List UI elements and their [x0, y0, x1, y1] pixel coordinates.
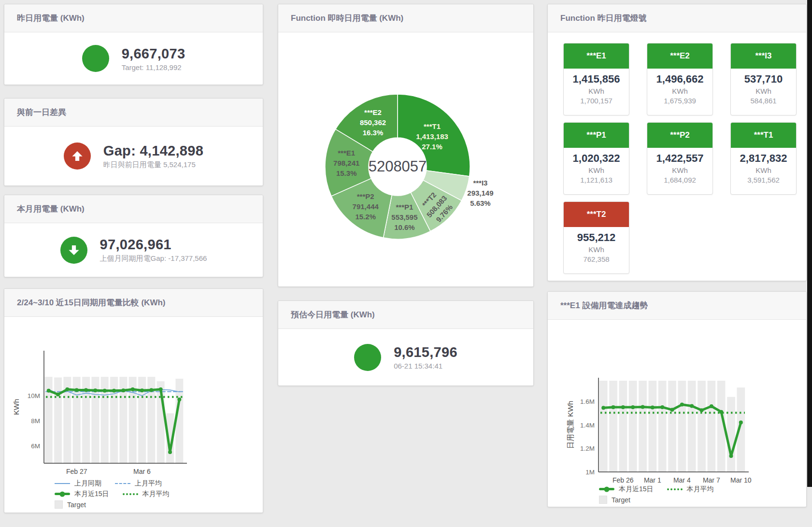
y-axis-title: 日用電量 KWh — [566, 401, 574, 449]
series-marker — [121, 388, 125, 392]
arrow-up-icon — [64, 142, 91, 170]
series-marker — [621, 405, 625, 409]
target-bar — [619, 381, 627, 472]
svg-text:10.6%: 10.6% — [394, 223, 415, 231]
tile-status-header: ***E1 — [564, 43, 629, 69]
legend-item-本月平均[interactable]: 本月平均 — [123, 490, 170, 499]
e1-trend-chart[interactable]: 1M1.2M1.4M1.6MFeb 26Mar 1Mar 4Mar 7Mar 1… — [548, 320, 804, 506]
series-marker — [131, 387, 135, 391]
svg-text:27.1%: 27.1% — [422, 142, 442, 151]
tile-value: 2,817,832 — [733, 152, 794, 165]
y-axis-title: KWh — [12, 399, 20, 415]
series-marker — [601, 406, 605, 410]
legend-label: 本月近15日 — [619, 485, 654, 494]
device-tile-***P1: ***P11,020,322KWh1,121,613 — [563, 122, 629, 195]
svg-text:***P1: ***P1 — [396, 203, 413, 211]
panel-header-yesterday[interactable]: 昨日用電量 (KWh) — [4, 4, 263, 32]
series-marker — [75, 388, 79, 392]
legend-item-本月近15日[interactable]: 本月近15日 — [55, 490, 109, 499]
target-bar — [629, 381, 637, 472]
screen-edge-artifact — [807, 0, 812, 487]
tile-unit: KWh — [566, 166, 627, 174]
series-marker — [612, 405, 615, 409]
legend-label: 上月同期 — [74, 479, 101, 488]
series-marker — [93, 388, 97, 392]
series-marker — [159, 387, 163, 391]
svg-text:293,149: 293,149 — [467, 189, 493, 197]
svg-text:***P2: ***P2 — [357, 192, 374, 200]
panel-header-estimate[interactable]: 預估今日用電量 (KWh) — [278, 301, 533, 329]
legend-label: 本月平均 — [687, 485, 714, 494]
series-marker — [660, 405, 664, 409]
svg-text:***E2: ***E2 — [364, 108, 382, 116]
series-marker — [690, 404, 694, 408]
series-marker — [149, 388, 153, 392]
y-tick-label: 6M — [31, 442, 40, 450]
donut-center-total: 5208057 — [369, 158, 427, 175]
series-marker — [651, 405, 655, 409]
legend-item-上月平均[interactable]: 上月平均 — [115, 479, 162, 488]
panel-title: 預估今日用電量 (KWh) — [291, 309, 375, 320]
function-usage-donut-chart[interactable]: ***T11,413,18327.1%***I3293,1495.63%***T… — [278, 32, 532, 285]
panel-title: 昨日用電量 (KWh) — [17, 13, 85, 24]
panel-header-donut[interactable]: Function 即時日用電量 (KWh) — [278, 4, 533, 32]
legend-label: 本月平均 — [142, 490, 170, 499]
x-tick-label: Mar 7 — [703, 476, 720, 484]
panel-header-e1-trend[interactable]: ***E1 設備用電達成趨勢 — [548, 292, 806, 320]
target-bar — [698, 381, 706, 472]
panel-title: ***E1 設備用電達成趨勢 — [560, 300, 648, 311]
stat-value: 9,615,796 — [394, 344, 457, 360]
x-tick-label: Mar 6 — [133, 468, 151, 475]
y-tick-label: 8M — [31, 417, 40, 425]
legend-item-Target[interactable]: Target — [55, 500, 86, 509]
panel-month-usage: 本月用電量 (KWh) 97,026,961 上個月同期用電Gap: -17,3… — [4, 195, 263, 277]
tile-target-value: 1,121,613 — [566, 176, 627, 184]
tile-value: 1,496,662 — [649, 73, 711, 85]
stat-value: 9,667,073 — [122, 46, 185, 62]
tile-unit: KWh — [649, 166, 711, 174]
series-marker — [65, 387, 69, 391]
status-circle-icon — [82, 45, 109, 72]
series-marker — [103, 389, 107, 393]
panel-compare15: 2/24~3/10 近15日同期用電量比較 (KWh) 6M8M10MFeb 2… — [4, 288, 263, 513]
svg-text:791,444: 791,444 — [353, 202, 379, 211]
tile-target-value: 762,358 — [566, 255, 627, 263]
legend-swatch-dash-blue — [115, 483, 130, 484]
stat-subtitle: 上個月同期用電Gap: -17,377,566 — [100, 254, 207, 263]
tile-status-header: ***T2 — [564, 202, 629, 227]
target-bar — [609, 381, 617, 472]
panel-header-lights[interactable]: Function 昨日用電燈號 — [548, 4, 806, 32]
panel-yesterday-usage: 昨日用電量 (KWh) 9,667,073 Target: 11,128,992 — [4, 4, 263, 85]
panel-header-compare15[interactable]: 2/24~3/10 近15日同期用電量比較 (KWh) — [4, 289, 263, 317]
legend-swatch-square-gray — [599, 496, 607, 504]
tile-unit: KWh — [733, 87, 794, 95]
tile-status-header: ***P2 — [647, 123, 712, 148]
svg-text:5.63%: 5.63% — [470, 199, 491, 207]
legend-swatch-thick-green — [55, 493, 70, 495]
series-marker — [56, 393, 60, 397]
tile-status-header: ***E2 — [647, 43, 712, 69]
tile-value: 1,020,322 — [566, 152, 627, 165]
panel-header-month[interactable]: 本月用電量 (KWh) — [4, 195, 263, 223]
tile-status-header: ***P1 — [564, 123, 629, 148]
panel-header-day-gap[interactable]: 與前一日差異 — [4, 99, 263, 127]
svg-text:1,413,183: 1,413,183 — [416, 132, 448, 141]
x-tick-label: Mar 1 — [644, 476, 661, 484]
x-tick-label: Feb 26 — [613, 476, 634, 484]
tile-status-header: ***T1 — [731, 123, 796, 148]
legend-item-上月同期[interactable]: 上月同期 — [55, 479, 101, 488]
legend-swatch-dot-green — [667, 488, 683, 490]
y-tick-label: 1M — [585, 469, 595, 476]
legend-item-Target[interactable]: Target — [599, 496, 630, 504]
series-marker — [710, 404, 713, 408]
panel-title: Function 即時日用電量 (KWh) — [291, 13, 403, 24]
target-bar — [649, 381, 657, 472]
panel-title: Function 昨日用電燈號 — [560, 13, 646, 24]
legend-item-本月平均[interactable]: 本月平均 — [667, 485, 714, 494]
series-marker — [631, 405, 635, 409]
legend-label: Target — [612, 496, 630, 504]
tile-unit: KWh — [733, 166, 794, 174]
series-marker — [112, 389, 116, 393]
target-bar — [639, 381, 647, 472]
legend-item-本月近15日[interactable]: 本月近15日 — [599, 485, 654, 494]
